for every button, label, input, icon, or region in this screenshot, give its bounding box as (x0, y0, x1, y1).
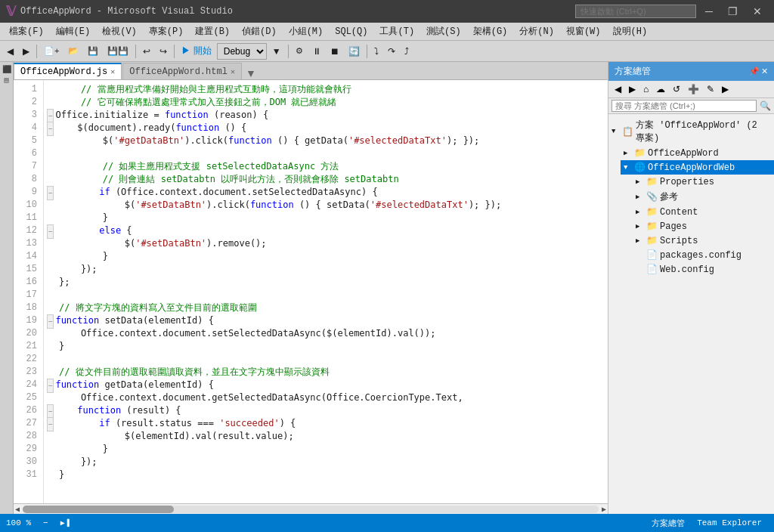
new-tab-button[interactable]: ▼ (243, 67, 259, 79)
step-out-button[interactable]: ⤴ (401, 43, 413, 60)
tree-item-scripts[interactable]: ▶ 📁 Scripts (633, 234, 774, 248)
collapse-icon[interactable]: − (47, 314, 54, 329)
code-line: $('#setDataBtn').click(function () { set… (44, 199, 608, 212)
quick-launch-input[interactable] (575, 5, 696, 18)
menu-edit[interactable]: 編輯(E) (50, 23, 97, 39)
h-scrollbar[interactable] (23, 506, 599, 513)
h-scroll-right[interactable]: ▶ (600, 505, 608, 514)
sol-btn-show[interactable]: ▶ (719, 82, 732, 96)
tree-label-properties: Properties (660, 177, 714, 187)
tree-item-references[interactable]: ▶ 📎 參考 (633, 189, 774, 205)
collapse-icon[interactable]: − (47, 417, 54, 431)
menu-sql[interactable]: SQL(Q) (329, 25, 373, 39)
tree-expand-word[interactable]: ▶ (624, 149, 633, 157)
menu-team[interactable]: 小組(M) (283, 23, 330, 39)
sol-btn-home[interactable]: ⌂ (640, 82, 652, 96)
menu-test[interactable]: 測試(S) (420, 23, 467, 39)
tree-label-pages: Pages (660, 221, 687, 232)
margin-icon-2: ▤ (4, 76, 8, 85)
tree-expand-scripts[interactable]: ▶ (636, 237, 645, 245)
tree-item-properties[interactable]: ▶ 📁 Properties (633, 175, 774, 189)
step-into-button[interactable]: ⤵ (370, 43, 382, 60)
menu-analyze[interactable]: 分析(N) (513, 23, 560, 39)
tree-expand-properties[interactable]: ▶ (636, 178, 645, 186)
h-scroll-left[interactable]: ◀ (14, 505, 21, 514)
tree-item-packages[interactable]: ▶ 📄 packages.config (633, 248, 774, 262)
code-text: else { (55, 224, 132, 237)
tab-html-close[interactable]: ✕ (231, 67, 235, 76)
restore-button[interactable]: ❐ (722, 0, 744, 23)
back-button[interactable]: ◀ (3, 43, 17, 60)
solution-search-bar: 🔍 (608, 98, 774, 114)
tab-js-close[interactable]: ✕ (110, 67, 115, 76)
debug-config-dropdown[interactable]: Debug (217, 43, 267, 60)
collapse-icon[interactable]: − (47, 224, 54, 239)
code-text: // 則會連結 setDatabtn 以呼叫此方法，否則就會移除 setData… (59, 173, 399, 186)
tree-item-webconfig[interactable]: ▶ 📄 Web.config (633, 262, 774, 277)
collapse-icon[interactable]: − (47, 122, 54, 136)
zoom-increase[interactable]: ▶▐ (60, 518, 70, 527)
menu-file[interactable]: 檔案(F) (3, 23, 50, 39)
restart-button[interactable]: 🔄 (345, 43, 364, 60)
close-button[interactable]: ✕ (747, 0, 768, 23)
code-line: }; (44, 276, 608, 289)
tree-expand-solution[interactable]: ▼ (611, 128, 621, 135)
tree-expand-wordweb[interactable]: ▼ (624, 164, 633, 172)
menu-view[interactable]: 檢視(V) (96, 23, 143, 39)
save-button[interactable]: 💾 (84, 43, 102, 60)
menu-tools[interactable]: 工具(T) (373, 23, 420, 39)
status-tab-solution[interactable]: 方案總管 (646, 514, 691, 532)
tree-expand-references[interactable]: ▶ (636, 193, 645, 201)
panel-pin-button[interactable]: 📌 (749, 66, 760, 76)
tree-project-word[interactable]: ▶ 📁 OfficeAppWord (621, 146, 774, 160)
tree-solution-root[interactable]: ▼ 📋 方案 'OfficeAppWord' (2 專案) (608, 117, 774, 146)
menu-debug[interactable]: 偵錯(D) (236, 23, 283, 39)
new-project-button[interactable]: 📄+ (40, 43, 63, 60)
tree-expand-content[interactable]: ▶ (636, 208, 645, 216)
redo-button[interactable]: ↪ (156, 43, 171, 60)
zoom-decrease[interactable]: − (43, 518, 48, 527)
tab-html[interactable]: OfficeAppWord.html ✕ (122, 63, 242, 79)
solution-search-input[interactable] (611, 100, 757, 112)
toolbar-sep-1 (36, 45, 37, 58)
attach-button[interactable]: ⚙ (292, 43, 307, 60)
forward-button[interactable]: ▶ (19, 43, 33, 60)
menu-project[interactable]: 專案(P) (143, 23, 190, 39)
tab-js[interactable]: OfficeAppWord.js ✕ (14, 63, 122, 79)
undo-button[interactable]: ↩ (139, 43, 154, 60)
tree-expand-pages[interactable]: ▶ (636, 222, 645, 230)
run-button[interactable]: ▶ 開始 (178, 43, 215, 60)
sol-btn-forward[interactable]: ▶ (626, 82, 639, 96)
step-over-button[interactable]: ↷ (384, 43, 399, 60)
menu-help[interactable]: 說明(H) (607, 23, 654, 39)
tree-item-pages[interactable]: ▶ 📁 Pages (633, 219, 774, 234)
editor-area: OfficeAppWord.js ✕ OfficeAppWord.html ✕ … (14, 62, 608, 514)
sol-btn-add[interactable]: ➕ (685, 82, 702, 96)
sol-btn-refresh[interactable]: ↺ (670, 82, 683, 96)
stop-button[interactable]: ⏹ (327, 43, 343, 60)
code-text: Office.context.document.getSelectedDataA… (59, 391, 463, 404)
sol-btn-back[interactable]: ◀ (611, 82, 624, 96)
tree-project-wordweb[interactable]: ▼ 🌐 OfficeAppWordWeb (621, 160, 774, 175)
debug-dropdown-arrow[interactable]: ▼ (268, 43, 285, 60)
status-tab-team[interactable]: Team Explorer (691, 514, 768, 532)
solution-tree[interactable]: ▼ 📋 方案 'OfficeAppWord' (2 專案) ▶ 📁 Office… (608, 114, 774, 514)
panel-close-button[interactable]: ✕ (761, 66, 768, 76)
sol-btn-properties[interactable]: ✎ (704, 82, 717, 96)
minimize-button[interactable]: ─ (699, 0, 719, 23)
code-line: }); (44, 263, 608, 276)
code-line: } (44, 212, 608, 224)
collapse-icon[interactable]: − (47, 379, 54, 393)
code-content[interactable]: // 當應用程式準備好開始與主應用程式互動時，這項功能就會執行 // 它可確保將… (44, 80, 608, 503)
pause-button[interactable]: ⏸ (308, 43, 325, 60)
collapse-icon[interactable]: − (47, 186, 54, 200)
menu-architecture[interactable]: 架構(G) (467, 23, 514, 39)
save-all-button[interactable]: 💾💾 (104, 43, 132, 60)
open-button[interactable]: 📂 (64, 43, 82, 60)
menu-window[interactable]: 視窗(W) (560, 23, 607, 39)
editor-tabs: OfficeAppWord.js ✕ OfficeAppWord.html ✕ … (14, 62, 608, 80)
sol-btn-cloud[interactable]: ☁ (653, 82, 668, 96)
h-scrollbar-thumb[interactable] (23, 506, 174, 513)
menu-build[interactable]: 建置(B) (189, 23, 236, 39)
tree-item-content[interactable]: ▶ 📁 Content (633, 205, 774, 219)
